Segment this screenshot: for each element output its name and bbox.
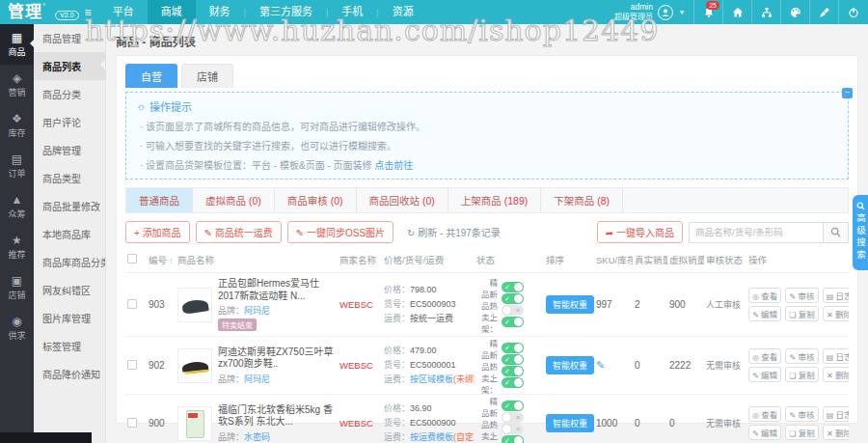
tips-link[interactable]: 点击前往 [374,160,413,171]
logout-button[interactable] [839,0,868,24]
smart-weight-button[interactable]: 智能权重 [546,295,594,314]
select-all-checkbox[interactable] [127,254,137,263]
shipping-value[interactable]: 按运费模板 [410,432,453,442]
user-menu[interactable]: admin 超级管理员 ▾ [614,3,684,21]
notifications-button[interactable]: 25 [694,0,723,24]
submenu-item-标签管理[interactable]: 标签管理 [34,332,105,360]
oss-sync-button[interactable]: ✎ 一键同步OSS图片 [287,221,393,243]
op-edit-button[interactable]: ✎ 编辑 [748,306,781,321]
theme-button[interactable] [781,0,810,24]
shipping-suffix-link[interactable]: (未绑定) [453,374,475,384]
filter-tab-下架商品[interactable]: 下架商品 (8) [541,188,623,212]
sidebar-item-营销[interactable]: ◈营销 [0,65,34,105]
op-edit-button[interactable]: ✎ 编辑 [748,367,781,382]
sitemap-button[interactable] [752,0,781,24]
smart-weight-button[interactable]: 智能权重 [546,356,594,374]
top-menu-item-4[interactable]: 第三方服务 [246,0,326,24]
toggle-热卖[interactable]: ✕ [502,305,524,316]
shop-tab-店铺[interactable]: 店铺 [181,64,233,88]
op-edit-button[interactable]: ✎ 编辑 [748,425,781,440]
submenu-item-商品库商品分类[interactable]: 商品库商品分类 [34,248,105,276]
toggle-上架[interactable]: ✓ [502,435,524,443]
top-menu-item-6[interactable]: 资源 [379,0,427,24]
merchant-link[interactable]: WEBSC [339,360,373,371]
smart-weight-button[interactable]: 智能权重 [546,414,594,432]
top-menu-item-2[interactable]: 商城 [148,0,196,24]
chevron-down-icon[interactable]: ▾ [680,8,684,16]
sku-edit-icon[interactable]: ✎ [596,359,605,371]
op-copy-button[interactable]: ❏ 复制 [785,367,818,382]
op-view-button[interactable]: ◎ 查看 [748,406,781,422]
submenu-item-商品类型[interactable]: 商品类型 [34,164,105,192]
toggle-新品[interactable]: ✓ [502,354,524,365]
op-audit-button[interactable]: ✎ 审核 [785,406,818,422]
toggle-上架[interactable]: ✓ [502,377,524,388]
submenu-item-用户评论[interactable]: 用户评论 [34,108,105,136]
brand-link[interactable]: 阿玛尼 [244,374,270,384]
sidebar-item-推荐[interactable]: ★推荐 [0,227,34,267]
op-del-button[interactable]: ✕ 删除 [823,425,849,440]
op-log-button[interactable]: ▤ 日志 [823,288,849,303]
import-goods-button[interactable]: ➦ 一键导入商品 [597,221,683,243]
toggle-精品[interactable]: ✓ [502,401,524,411]
search-input[interactable] [689,222,824,243]
submenu-item-商品批量修改[interactable]: 商品批量修改 [34,192,105,220]
row-checkbox[interactable] [127,299,137,309]
toggle-新品[interactable]: ✕ [502,412,524,423]
home-button[interactable] [723,0,752,24]
submenu-item-本地商品库[interactable]: 本地商品库 [34,220,105,248]
search-button[interactable] [824,222,849,243]
submenu-item-商品列表[interactable]: 商品列表 [34,52,105,80]
op-log-button[interactable]: ▤ 日志 [823,406,849,422]
toggle-热卖[interactable]: ✓ [502,366,524,376]
row-checkbox[interactable] [127,418,137,428]
op-del-button[interactable]: ✕ 删除 [823,367,849,382]
tips-collapse-button[interactable]: – [842,88,853,98]
submenu-item-商品分类[interactable]: 商品分类 [34,80,105,108]
top-menu-item-5[interactable]: 手机 [328,0,376,24]
op-del-button[interactable]: ✕ 删除 [823,306,849,321]
sidebar-item-商品[interactable]: ▦商品 [0,24,34,65]
toggle-新品[interactable]: ✓ [502,293,524,304]
sidebar-item-库存[interactable]: ❖库存 [0,105,34,146]
filter-tab-普通商品[interactable]: 普通商品 [126,188,193,212]
toggle-上架[interactable]: ✓ [502,317,524,327]
op-audit-button[interactable]: ✎ 审核 [785,288,818,303]
product-name-link[interactable]: 福临门东北软香稻米5kg 香软S系列 东北大... [218,404,336,429]
brand-link[interactable]: 水密码 [244,432,270,442]
sort-icon[interactable]: ↕ [167,257,173,265]
menu-collapse-icon[interactable]: ≡ [85,6,92,19]
filter-tab-虚拟商品[interactable]: 虚拟商品 (0) [193,188,275,212]
toggle-精品[interactable]: ✓ [502,343,524,353]
product-name-link[interactable]: 阿迪达斯男鞋ZX750三叶草zx700跑步鞋.. [218,346,336,371]
merchant-link[interactable]: WEBSC [339,299,373,310]
submenu-item-品牌管理[interactable]: 品牌管理 [34,136,105,164]
op-copy-button[interactable]: ❏ 复制 [785,425,818,440]
toggle-热卖[interactable]: ✕ [502,424,524,434]
shipping-value[interactable]: 按区域模板 [410,374,453,384]
op-copy-button[interactable]: ❏ 复制 [785,306,818,321]
op-log-button[interactable]: ▤ 日志 [823,348,849,364]
filter-tab-上架商品[interactable]: 上架商品 (189) [448,188,541,212]
add-goods-button[interactable]: + 添加商品 [125,221,190,243]
toggle-精品[interactable]: ✓ [502,282,524,292]
submenu-item-图片库管理[interactable]: 图片库管理 [34,304,105,332]
brand-link[interactable]: 阿玛尼 [244,306,270,316]
product-name-link[interactable]: 正品包邮Hermes爱马仕2017新款运动鞋 N... [218,278,336,302]
op-view-button[interactable]: ◎ 查看 [748,348,781,364]
filter-tab-商品回收站[interactable]: 商品回收站 (0) [357,188,448,212]
avatar[interactable] [658,5,673,20]
shop-tab-自营[interactable]: 自营 [125,64,177,88]
row-checkbox[interactable] [127,360,137,370]
shipping-suffix-link[interactable]: (自定义) [453,432,475,442]
clear-cache-button[interactable] [810,0,839,24]
advanced-search-tab[interactable]: 高级搜索 [853,195,868,270]
top-menu-item-3[interactable]: 财务 [196,0,244,24]
op-view-button[interactable]: ◎ 查看 [748,288,781,303]
refresh-button[interactable]: ↻ 刷新 - 共197条记录 [407,225,501,239]
merchant-link[interactable]: WEBSC [339,418,373,429]
unify-shipping-button[interactable]: ✎ 商品统一运费 [196,221,282,243]
submenu-item-商品管理[interactable]: 商品管理 [34,24,105,52]
sidebar-item-众筹[interactable]: ▲众筹 [0,186,34,227]
top-menu-item-1[interactable]: 平台 [99,0,148,24]
